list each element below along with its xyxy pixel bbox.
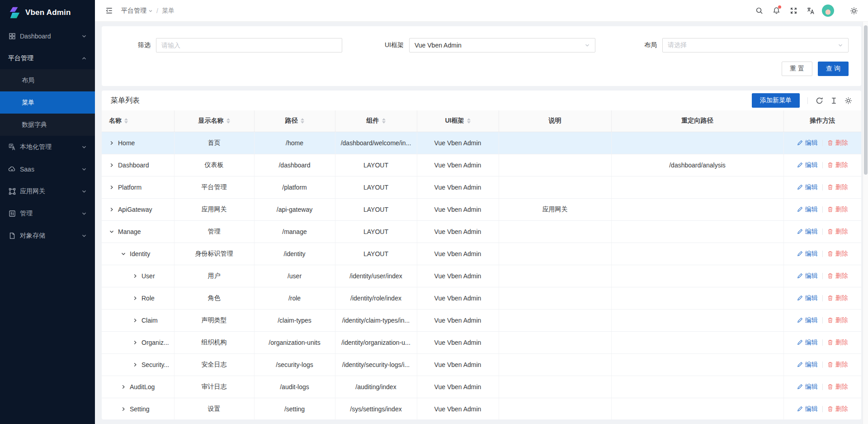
sidebar-item-platform[interactable]: 平台管理: [0, 47, 95, 69]
tree-expand-icon[interactable]: [132, 318, 138, 323]
tree-expand-icon[interactable]: [132, 295, 138, 301]
sidebar-item-dashboard[interactable]: Dashboard: [0, 25, 95, 47]
sidebar-item-label: 布局: [22, 76, 87, 85]
notification-bell-icon[interactable]: [769, 3, 784, 19]
tree-expand-icon[interactable]: [121, 406, 126, 412]
cell-component: /identity/claim-types/in...: [335, 309, 417, 331]
delete-button[interactable]: 删除: [827, 183, 848, 191]
edit-button[interactable]: 编辑: [797, 383, 818, 391]
delete-button[interactable]: 删除: [827, 316, 848, 324]
row-height-icon[interactable]: [830, 97, 838, 105]
delete-button[interactable]: 删除: [827, 338, 848, 347]
edit-button[interactable]: 编辑: [797, 139, 818, 147]
app-logo[interactable]: Vben Admin: [0, 0, 95, 25]
column-header-3[interactable]: 路径: [254, 110, 335, 132]
sidebar-item-manage[interactable]: 管理: [0, 202, 95, 224]
sidebar-item-menu[interactable]: 菜单: [0, 91, 95, 114]
cell-display-name: 身份标识管理: [174, 243, 254, 265]
tree-expand-icon[interactable]: [109, 207, 114, 212]
delete-button[interactable]: 删除: [827, 250, 848, 258]
tree-expand-icon[interactable]: [109, 185, 114, 190]
sidebar-collapse-icon[interactable]: [101, 3, 117, 19]
refresh-icon[interactable]: [816, 97, 823, 105]
cell-path: /api-gateway: [254, 198, 335, 220]
sidebar-item-api-gateway[interactable]: 应用网关: [0, 180, 95, 202]
edit-pencil-icon: [797, 184, 803, 190]
edit-button[interactable]: 编辑: [797, 361, 818, 369]
cell-description: [499, 398, 611, 419]
edit-button[interactable]: 编辑: [797, 250, 818, 258]
delete-button[interactable]: 删除: [827, 405, 848, 413]
sidebar-item-saas[interactable]: Saas: [0, 158, 95, 180]
edit-button[interactable]: 编辑: [797, 205, 818, 214]
search-icon[interactable]: [751, 3, 767, 19]
ui-framework-select[interactable]: Vue Vben Admin: [409, 38, 595, 52]
delete-button[interactable]: 删除: [827, 228, 848, 236]
column-header-5[interactable]: UI框架: [417, 110, 499, 132]
sidebar-item-object-storage[interactable]: 对象存储: [0, 224, 95, 247]
sidebar-item-localization[interactable]: 本地化管理: [0, 136, 95, 158]
table-settings-gear-icon[interactable]: [844, 97, 852, 105]
tree-expand-icon[interactable]: [132, 362, 138, 367]
column-header-4[interactable]: 组件: [335, 110, 417, 132]
trash-icon: [827, 140, 833, 146]
cell-path: /identity: [254, 243, 335, 265]
edit-button[interactable]: 编辑: [797, 316, 818, 324]
delete-button[interactable]: 删除: [827, 161, 848, 169]
delete-button[interactable]: 删除: [827, 294, 848, 302]
sidebar-item-data-dictionary[interactable]: 数据字典: [0, 114, 95, 136]
edit-button[interactable]: 编辑: [797, 183, 818, 191]
reset-button[interactable]: 重 置: [782, 62, 812, 76]
scrollbar-thumb[interactable]: [864, 25, 868, 175]
user-avatar[interactable]: [820, 3, 835, 19]
edit-button[interactable]: 编辑: [797, 338, 818, 347]
tree-collapse-icon[interactable]: [121, 251, 126, 257]
add-menu-button[interactable]: 添加新菜单: [752, 93, 800, 108]
tree-collapse-icon[interactable]: [109, 229, 114, 234]
cell-description: [499, 287, 611, 309]
edit-button[interactable]: 编辑: [797, 161, 818, 169]
layout-select[interactable]: 请选择: [662, 38, 849, 52]
edit-button[interactable]: 编辑: [797, 294, 818, 302]
cell-component: /identity/security-logs/i...: [335, 353, 417, 376]
tree-expand-icon[interactable]: [109, 140, 114, 146]
tree-expand-icon[interactable]: [121, 384, 126, 390]
delete-label: 删除: [835, 250, 848, 258]
fullscreen-icon[interactable]: [786, 3, 801, 19]
edit-button[interactable]: 编辑: [797, 228, 818, 236]
edit-button[interactable]: 编辑: [797, 405, 818, 413]
cell-name: Setting: [102, 398, 174, 419]
delete-label: 删除: [835, 405, 848, 413]
cell-path: /dashboard: [254, 154, 335, 176]
trash-icon: [827, 206, 833, 212]
tree-expand-icon[interactable]: [132, 340, 138, 345]
cell-path: /claim-types: [254, 309, 335, 331]
cell-description: [499, 220, 611, 243]
cell-description: [499, 132, 611, 154]
cell-display-name: 组织机构: [174, 331, 254, 353]
delete-button[interactable]: 删除: [827, 272, 848, 280]
tree-expand-icon[interactable]: [132, 273, 138, 279]
delete-label: 删除: [835, 161, 848, 169]
column-header-1[interactable]: 名称: [102, 110, 174, 132]
search-button[interactable]: 查 询: [818, 62, 849, 76]
delete-button[interactable]: 删除: [827, 205, 848, 214]
cell-display-name: 审计日志: [174, 376, 254, 398]
row-name-text: Security...: [142, 361, 169, 368]
sidebar-menu: Dashboard平台管理布局菜单数据字典本地化管理Saas应用网关管理对象存储: [0, 25, 95, 424]
column-header-2[interactable]: 显示名称: [174, 110, 254, 132]
table-row: User用户/user/identity/user/indexVue Vben …: [102, 265, 861, 287]
tree-expand-icon[interactable]: [109, 162, 114, 168]
sidebar-item-label: 应用网关: [20, 187, 81, 195]
sidebar-item-layout[interactable]: 布局: [0, 69, 95, 91]
breadcrumb-item-platform[interactable]: 平台管理: [121, 7, 153, 15]
delete-button[interactable]: 删除: [827, 361, 848, 369]
page-scrollbar[interactable]: [863, 22, 868, 424]
delete-button[interactable]: 删除: [827, 383, 848, 391]
settings-gear-icon[interactable]: [846, 3, 862, 19]
translate-icon[interactable]: [803, 3, 818, 19]
edit-button[interactable]: 编辑: [797, 272, 818, 280]
filter-keyword-input[interactable]: [156, 38, 342, 52]
delete-button[interactable]: 删除: [827, 139, 848, 147]
edit-pencil-icon: [797, 206, 803, 212]
